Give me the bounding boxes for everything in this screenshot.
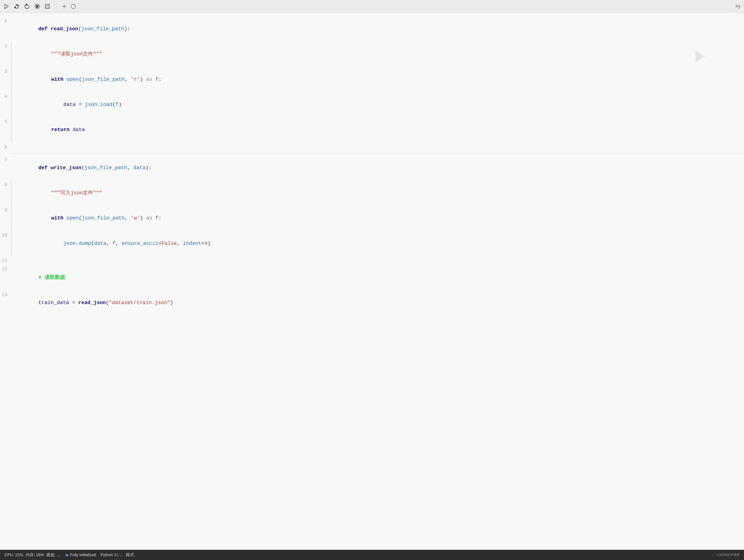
line-content-6 <box>11 143 17 151</box>
refresh-icon <box>24 3 30 9</box>
svg-point-10 <box>71 4 75 8</box>
code-line-8: 8 """写入json文件""" <box>0 181 744 206</box>
watermark: CSDN技术博客 <box>717 553 740 557</box>
code-line-5: 5 return data <box>0 117 744 143</box>
line-number-9: 9 <box>0 206 11 214</box>
cell-separator <box>11 153 744 154</box>
run-button[interactable] <box>4 3 9 9</box>
code-line-11: 11 <box>0 256 744 265</box>
line-content-13: train_data = read_json("dataset/train.js… <box>11 291 173 315</box>
cpu-status: CPU: 22% <box>4 553 23 557</box>
line-number-8: 8 <box>0 181 11 189</box>
code-line-12: 12 # 读取数据 <box>0 265 744 290</box>
toolbar: + Py <box>0 0 744 13</box>
svg-rect-8 <box>46 4 48 6</box>
settings-icon <box>70 3 76 9</box>
line-content-9: with open(json_file_path, 'w') as f: <box>11 206 161 231</box>
code-line-4: 4 data = json.load(f) <box>0 92 744 117</box>
add-button[interactable]: + <box>62 3 66 10</box>
line-number-12: 12 <box>0 266 11 273</box>
settings-button[interactable] <box>70 3 76 9</box>
initialized-text: Fully initialized <box>70 553 96 557</box>
line-content-2: """读取json文件""" <box>11 42 102 66</box>
python-version: Python 3 | ... <box>101 553 123 557</box>
code-line-9: 9 with open(json_file_path, 'w') as f: <box>0 206 744 231</box>
editor-area[interactable]: 1 def read_json(json_file_path): 2 """读取… <box>0 13 744 550</box>
svg-marker-2 <box>14 6 16 8</box>
line-content-12: # 读取数据 <box>11 266 65 290</box>
code-line-6: 6 <box>0 143 744 152</box>
line-content-4: data = json.load(f) <box>11 92 122 117</box>
code-line-7: 7 def write_json(json_file_path, data): <box>0 155 744 181</box>
mode-label: 模式: <box>126 552 135 558</box>
svg-rect-5 <box>36 5 37 7</box>
line-number-5: 5 <box>0 118 11 126</box>
disk-status: 硬盘: ... <box>46 552 60 558</box>
line-number-1: 1 <box>0 17 11 25</box>
play-icon <box>4 3 9 9</box>
line-content-7: def write_json(json_file_path, data): <box>11 156 152 180</box>
plus-icon: + <box>62 3 66 10</box>
code-line-13: 13 train_data = read_json("dataset/train… <box>0 290 744 316</box>
initialized-status: ◈ Fully initialized <box>65 552 96 557</box>
pause-icon <box>34 3 40 9</box>
save-button[interactable] <box>44 3 50 9</box>
language-label: Py <box>736 4 740 9</box>
line-content-3: with open(json_file_path, 'r') as f: <box>11 67 161 92</box>
line-number-11: 11 <box>0 257 11 265</box>
line-number-13: 13 <box>0 291 11 299</box>
svg-rect-6 <box>37 5 38 7</box>
line-number-2: 2 <box>0 42 11 50</box>
svg-marker-0 <box>5 4 8 8</box>
line-content-8: """写入json文件""" <box>11 181 102 205</box>
code-line-10: 10 json.dump(data, f, ensure_ascii=False… <box>0 231 744 256</box>
line-number-6: 6 <box>0 143 11 151</box>
memory-status: 内存: 16% <box>26 552 44 558</box>
save-icon <box>44 3 50 9</box>
toolbar-separator <box>56 3 57 10</box>
diamond-icon: ◈ <box>65 552 69 557</box>
restart-run-icon <box>14 3 20 9</box>
line-content-11 <box>11 256 17 265</box>
line-number-10: 10 <box>0 232 11 239</box>
line-content-10: json.dump(data, f, ensure_ascii=False, i… <box>11 231 211 256</box>
svg-rect-9 <box>46 7 49 8</box>
code-line-3: 3 with open(json_file_path, 'r') as f: <box>0 67 744 92</box>
code-line-1: 1 def read_json(json_file_path): <box>0 16 744 42</box>
status-bar: CPU: 22% 内存: 16% 硬盘: ... ◈ Fully initial… <box>0 550 744 560</box>
line-number-4: 4 <box>0 93 11 101</box>
restart-run-button[interactable] <box>14 3 20 9</box>
pause-button[interactable] <box>34 3 40 9</box>
line-content-5: return data <box>11 118 85 142</box>
refresh-button[interactable] <box>24 3 30 9</box>
line-number-7: 7 <box>0 156 11 164</box>
line-number-3: 3 <box>0 68 11 75</box>
code-line-2: 2 """读取json文件""" <box>0 42 744 67</box>
line-content-1: def read_json(json_file_path): <box>11 17 131 41</box>
code-container: 1 def read_json(json_file_path): 2 """读取… <box>0 13 744 319</box>
